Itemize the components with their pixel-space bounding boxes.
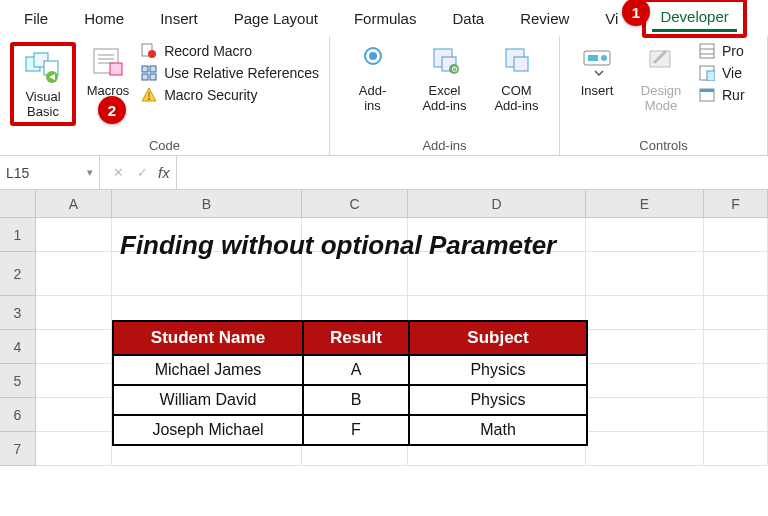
- svg-rect-27: [700, 44, 714, 58]
- insert-control-icon: [577, 42, 617, 82]
- record-macro-icon: [140, 42, 158, 60]
- col-header-a[interactable]: A: [36, 190, 112, 217]
- column-headers: A B C D E F: [0, 190, 768, 218]
- row-header-7[interactable]: 7: [0, 432, 36, 466]
- cell-result[interactable]: A: [303, 355, 409, 385]
- col-header-c[interactable]: C: [302, 190, 408, 217]
- cell-name[interactable]: William David: [113, 385, 303, 415]
- cell-subject[interactable]: Physics: [409, 355, 587, 385]
- run-dialog-button[interactable]: Rur: [698, 86, 745, 104]
- run-dialog-label: Rur: [722, 87, 745, 103]
- view-code-button[interactable]: Vie: [698, 64, 745, 82]
- table-row[interactable]: William David B Physics: [113, 385, 587, 415]
- table-row[interactable]: Joseph Michael F Math: [113, 415, 587, 445]
- com-addins-icon: [497, 42, 537, 82]
- view-code-icon: [698, 64, 716, 82]
- macro-security-label: Macro Security: [164, 87, 257, 103]
- record-macro-label: Record Macro: [164, 43, 252, 59]
- name-box-dropdown-icon[interactable]: ▾: [87, 166, 93, 179]
- addins-icon: [353, 42, 393, 82]
- row-header-1[interactable]: 1: [0, 218, 36, 252]
- table-row[interactable]: Michael James A Physics: [113, 355, 587, 385]
- fx-icon[interactable]: fx: [154, 164, 170, 181]
- insert-control-button[interactable]: Insert: [570, 42, 624, 99]
- sheet-title: Finding without optional Parameter: [120, 230, 556, 261]
- svg-rect-31: [707, 71, 715, 81]
- cell-result[interactable]: B: [303, 385, 409, 415]
- name-box-value: L15: [6, 165, 29, 181]
- excel-addins-label: Excel Add-ins: [422, 84, 466, 114]
- addins-button[interactable]: Add- ins: [346, 42, 400, 114]
- svg-rect-12: [150, 66, 156, 72]
- menu-developer[interactable]: Developer: [652, 4, 736, 32]
- menu-page-layout[interactable]: Page Layout: [216, 4, 336, 33]
- menu-data[interactable]: Data: [434, 4, 502, 33]
- cancel-formula-icon: ✕: [106, 165, 130, 180]
- svg-point-26: [601, 55, 607, 61]
- use-relative-label: Use Relative References: [164, 65, 319, 81]
- com-addins-button[interactable]: COM Add-ins: [490, 42, 544, 114]
- row-header-5[interactable]: 5: [0, 364, 36, 398]
- header-result: Result: [303, 321, 409, 355]
- design-mode-button[interactable]: Design Mode: [634, 42, 688, 114]
- menu-insert[interactable]: Insert: [142, 4, 216, 33]
- svg-rect-8: [110, 63, 122, 75]
- select-all-corner[interactable]: [0, 190, 36, 217]
- cell-name[interactable]: Michael James: [113, 355, 303, 385]
- row-header-3[interactable]: 3: [0, 296, 36, 330]
- use-relative-button[interactable]: Use Relative References: [140, 64, 319, 82]
- svg-point-17: [369, 52, 377, 60]
- formula-input[interactable]: [177, 156, 768, 189]
- cells-area[interactable]: Finding without optional Parameter Stude…: [36, 218, 768, 466]
- name-box[interactable]: L15 ▾: [0, 156, 100, 189]
- visual-basic-button[interactable]: Visual Basic: [16, 48, 70, 120]
- excel-addins-button[interactable]: ⚙ Excel Add-ins: [418, 42, 472, 114]
- menu-bar: File Home Insert Page Layout Formulas Da…: [0, 0, 768, 36]
- row-headers: 1 2 3 4 5 6 7: [0, 218, 36, 466]
- student-table: Student Name Result Subject Michael Jame…: [112, 320, 588, 446]
- cell-subject[interactable]: Math: [409, 415, 587, 445]
- record-macro-button[interactable]: Record Macro: [140, 42, 319, 60]
- macro-security-button[interactable]: Macro Security: [140, 86, 319, 104]
- use-relative-icon: [140, 64, 158, 82]
- macros-icon: [88, 42, 128, 82]
- com-addins-label: COM Add-ins: [494, 84, 538, 114]
- svg-point-10: [148, 50, 156, 58]
- developer-tab-highlight: Developer: [642, 0, 746, 38]
- svg-rect-23: [514, 57, 528, 71]
- design-mode-label: Design Mode: [641, 84, 681, 114]
- row-header-2[interactable]: 2: [0, 252, 36, 296]
- col-header-e[interactable]: E: [586, 190, 704, 217]
- menu-review[interactable]: Review: [502, 4, 587, 33]
- properties-button[interactable]: Pro: [698, 42, 745, 60]
- addins-group-title: Add-ins: [340, 136, 549, 153]
- row-header-6[interactable]: 6: [0, 398, 36, 432]
- svg-rect-13: [142, 74, 148, 80]
- excel-addins-icon: ⚙: [425, 42, 465, 82]
- macro-security-icon: [140, 86, 158, 104]
- addins-label: Add- ins: [359, 84, 386, 114]
- properties-label: Pro: [722, 43, 744, 59]
- callout-badge-2: 2: [98, 96, 126, 124]
- col-header-d[interactable]: D: [408, 190, 586, 217]
- table-header-row: Student Name Result Subject: [113, 321, 587, 355]
- cell-subject[interactable]: Physics: [409, 385, 587, 415]
- properties-icon: [698, 42, 716, 60]
- visual-basic-highlight: Visual Basic: [10, 42, 76, 126]
- cell-result[interactable]: F: [303, 415, 409, 445]
- svg-rect-14: [150, 74, 156, 80]
- menu-home[interactable]: Home: [66, 4, 142, 33]
- svg-point-16: [148, 98, 150, 100]
- spreadsheet-grid: 1 2 3 4 5 6 7 Finding without optional P…: [0, 218, 768, 466]
- code-group-title: Code: [10, 136, 319, 153]
- controls-group-title: Controls: [570, 136, 757, 153]
- menu-formulas[interactable]: Formulas: [336, 4, 435, 33]
- menu-file[interactable]: File: [6, 4, 66, 33]
- run-dialog-icon: [698, 86, 716, 104]
- row-header-4[interactable]: 4: [0, 330, 36, 364]
- col-header-f[interactable]: F: [704, 190, 768, 217]
- macros-button[interactable]: Macros: [84, 42, 132, 99]
- col-header-b[interactable]: B: [112, 190, 302, 217]
- enter-formula-icon: ✓: [130, 165, 154, 180]
- cell-name[interactable]: Joseph Michael: [113, 415, 303, 445]
